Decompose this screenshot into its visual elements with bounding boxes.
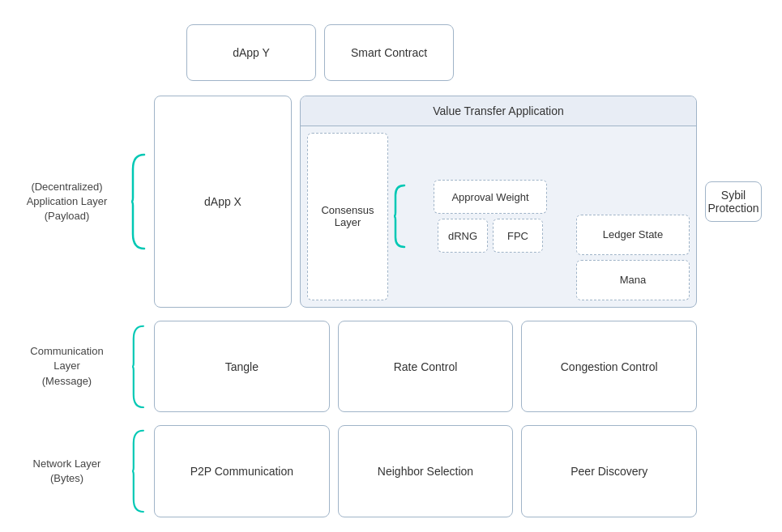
approval-weight-label: Approval Weight xyxy=(451,191,528,203)
sybil-col-spacer-net xyxy=(701,419,766,524)
app-layer-brace xyxy=(126,89,150,314)
approval-weight-box: Approval Weight xyxy=(434,180,547,214)
dapp-x-box: dApp X xyxy=(154,96,292,308)
comm-row-content: Tangle Rate Control Congestion Control xyxy=(150,314,701,419)
ledger-state-box: Ledger State xyxy=(576,215,690,255)
net-brace-icon xyxy=(130,429,146,513)
comm-layer-brace xyxy=(126,314,150,419)
app-layer-label: (Decentralized) Application Layer (Paylo… xyxy=(8,89,126,314)
smart-contract-label: Smart Contract xyxy=(351,46,427,59)
comm-brace-icon xyxy=(130,325,146,409)
mana-label: Mana xyxy=(620,274,647,286)
p2p-box: P2P Communication xyxy=(154,425,330,517)
value-transfer-body: Consensus Layer Approval Weight xyxy=(301,126,696,307)
net-layer-label: Network Layer (Bytes) xyxy=(8,419,126,524)
value-transfer-header-label: Value Transfer Application xyxy=(433,104,564,117)
peer-discovery-label: Peer Discovery xyxy=(570,465,647,478)
congestion-control-label: Congestion Control xyxy=(561,360,658,373)
neighbor-selection-box: Neighbor Selection xyxy=(338,425,514,517)
net-layer-brace xyxy=(126,419,150,524)
fpc-box: FPC xyxy=(493,219,543,253)
tangle-box: Tangle xyxy=(154,321,330,413)
ledger-state-label: Ledger State xyxy=(603,228,663,240)
rate-control-label: Rate Control xyxy=(394,360,458,373)
app-row-content: dApp X Value Transfer Application Consen… xyxy=(150,89,701,314)
congestion-control-box: Congestion Control xyxy=(521,321,697,413)
net-row-content: P2P Communication Neighbor Selection Pee… xyxy=(150,419,701,524)
consensus-brace-icon xyxy=(391,184,408,249)
ledger-section: Ledger State Mana xyxy=(576,133,690,300)
app-layer-text: (Decentralized) Application Layer (Paylo… xyxy=(27,180,108,224)
net-layer-text: Network Layer (Bytes) xyxy=(33,457,101,486)
consensus-label-box: Consensus Layer xyxy=(307,133,388,300)
fpc-label: FPC xyxy=(507,230,528,242)
sybil-box: Sybil Protection xyxy=(705,181,762,222)
drng-box: dRNG xyxy=(438,219,488,253)
value-transfer-header: Value Transfer Application xyxy=(301,96,696,126)
app-layer-row: (Decentralized) Application Layer (Paylo… xyxy=(8,89,766,314)
comm-layer-text: Communication Layer (Message) xyxy=(30,344,103,389)
p2p-label: P2P Communication xyxy=(190,465,293,478)
sybil-label: Sybil Protection xyxy=(707,189,758,215)
tangle-label: Tangle xyxy=(225,360,259,373)
dapp-x-label: dApp X xyxy=(204,195,241,208)
consensus-brace-svg xyxy=(393,184,406,249)
peer-discovery-box: Peer Discovery xyxy=(521,425,697,517)
rows-container: dApp Y Smart Contract (Decentralized) Ap… xyxy=(8,8,766,524)
dapp-y-box: dApp Y xyxy=(186,24,316,81)
app-brace-icon xyxy=(130,112,146,292)
comm-row: Communication Layer (Message) Tangle Rat… xyxy=(8,314,766,419)
consensus-top-content: Approval Weight xyxy=(411,180,570,214)
sybil-col-spacer-comm xyxy=(701,314,766,419)
value-transfer-outer: Value Transfer Application Consensus Lay… xyxy=(300,96,697,308)
neighbor-selection-label: Neighbor Selection xyxy=(378,465,473,478)
sybil-col: Sybil Protection xyxy=(701,89,766,314)
top-row: dApp Y Smart Contract xyxy=(8,16,766,89)
smart-contract-box: Smart Contract xyxy=(324,24,454,81)
net-row: Network Layer (Bytes) P2P Communication … xyxy=(8,419,766,524)
comm-layer-label: Communication Layer (Message) xyxy=(8,314,126,419)
mana-box: Mana xyxy=(576,260,690,300)
consensus-bottom-content: dRNG FPC xyxy=(411,219,570,253)
consensus-section: Consensus Layer Approval Weight xyxy=(307,133,570,300)
consensus-right: Approval Weight dRNG FPC xyxy=(411,180,570,253)
consensus-label: Consensus Layer xyxy=(321,204,374,228)
diagram: dApp Y Smart Contract (Decentralized) Ap… xyxy=(0,0,782,532)
dapp-y-label: dApp Y xyxy=(233,46,270,59)
drng-label: dRNG xyxy=(448,230,477,242)
rate-control-box: Rate Control xyxy=(338,321,514,413)
